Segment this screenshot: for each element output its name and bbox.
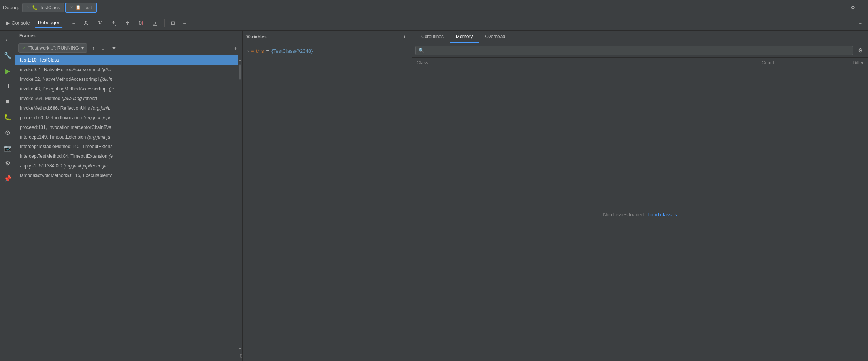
tab-memory[interactable]: Memory (450, 31, 479, 43)
list-button[interactable]: ≡ (180, 18, 189, 27)
tab-label-testclass: TestClass (40, 5, 60, 10)
menu-button[interactable]: ≡ (69, 18, 79, 27)
variables-header-label: Variables (246, 34, 267, 40)
nav-back-icon[interactable]: ← (2, 34, 14, 46)
copy-icon (239, 354, 242, 358)
col-class-header: Class (417, 60, 685, 65)
debugger-label: Debugger (38, 20, 60, 25)
frames-down-button[interactable]: ↓ (100, 44, 106, 52)
memory-search-input[interactable] (427, 48, 850, 53)
frames-dropdown-chevron: ▾ (81, 45, 84, 51)
frame-item[interactable]: test1:10, TestClass (15, 55, 238, 65)
col-diff-header[interactable]: Diff ▾ (774, 60, 863, 65)
toolbar: ▶ Console Debugger ≡ (0, 15, 868, 31)
frames-header: Frames (15, 31, 242, 41)
diff-sort-icon[interactable]: ▾ (861, 60, 863, 65)
var-expand-icon[interactable]: › (247, 48, 249, 54)
memory-table: Class Count Diff ▾ No classes loaded. Lo… (412, 58, 868, 361)
variables-toolbar: + (401, 33, 408, 41)
memory-table-header: Class Count Diff ▾ (412, 58, 868, 68)
minimize-icon[interactable]: — (860, 5, 865, 10)
tab-close-test[interactable]: ✕ (70, 5, 73, 10)
frame-item[interactable]: intercept:149, TimeoutExtension (org.jun… (15, 132, 238, 142)
cursor2-button[interactable] (149, 18, 161, 28)
scroll-down-arrow[interactable]: ▼ (238, 347, 242, 351)
frame-item[interactable]: invoke0:-1, NativeMethodAccessorImpl (jd… (15, 65, 238, 75)
run-to-cursor-icon (138, 20, 144, 26)
var-equals: = (266, 48, 270, 54)
nav-pause-icon[interactable]: ⏸ (2, 80, 14, 92)
step-into-icon (97, 20, 103, 26)
frames-scrollbar[interactable]: ▲ ▼ (238, 55, 242, 361)
svg-rect-2 (240, 355, 242, 358)
frame-item[interactable]: interceptTestMethod:84, TimeoutExtension… (15, 152, 238, 161)
nav-play-icon[interactable]: ▶ (2, 65, 14, 77)
check-icon: ✓ (22, 45, 26, 51)
frame-item[interactable]: invokeMethod:686, ReflectionUtils (org.j… (15, 104, 238, 113)
console-button[interactable]: ▶ Console (3, 18, 33, 27)
memory-empty-state: No classes loaded. Load classes (412, 68, 868, 361)
left-sidebar: ← 🔧 ▶ ⏸ ■ 🐛 ⊘ 📷 ⚙ 📌 (0, 31, 15, 361)
tab-coroutines[interactable]: Coroutines (415, 31, 450, 43)
console-label: Console (12, 20, 30, 26)
memory-toolbar: 🔍 ⚙ (412, 43, 868, 58)
load-classes-link[interactable]: Load classes (648, 212, 677, 217)
frame-item[interactable]: invoke:62, NativeMethodAccessorImpl (jdk… (15, 75, 238, 84)
nav-pin-icon[interactable]: 📌 (2, 172, 14, 185)
toolbar-sep-2 (164, 19, 165, 27)
frames-panel: Frames ✓ "Test work...": RUNNING ▾ ↑ ↓ ▼… (15, 31, 243, 361)
frame-item[interactable]: invoke:43, DelegatingMethodAccessorImpl … (15, 84, 238, 94)
frame-item[interactable]: lambda$ofVoidMethod$0:115, ExecutableInv (15, 171, 238, 180)
frames-dropdown[interactable]: ✓ "Test work...": RUNNING ▾ (18, 43, 87, 53)
var-type-icon: ≡ (251, 48, 254, 54)
frames-filter-button[interactable]: ▼ (109, 44, 119, 52)
no-classes-text: No classes loaded. (603, 212, 645, 217)
nav-settings-icon[interactable]: ⚙ (2, 157, 14, 169)
scroll-copy-icon[interactable] (238, 353, 241, 360)
settings-icon[interactable]: ⚙ (851, 5, 855, 10)
frames-toolbar: ✓ "Test work...": RUNNING ▾ ↑ ↓ ▼ + (15, 41, 242, 55)
run-to-cursor-button[interactable] (135, 18, 147, 28)
tab-icon-test: 📋 (75, 5, 81, 10)
frame-item[interactable]: interceptTestableMethod:140, TimeoutExte… (15, 142, 238, 152)
scroll-up-arrow[interactable]: ▲ (238, 58, 242, 62)
title-bar-right: ⚙ — (851, 5, 865, 10)
frames-up-button[interactable]: ↑ (90, 44, 97, 52)
variables-panel: Variables + › ≡ this = {TestClass@2348} (243, 31, 412, 361)
tab-testclass[interactable]: ✕ 🐛 TestClass (22, 3, 64, 12)
frame-item[interactable]: proceed:60, MethodInvocation (org.junit.… (15, 113, 238, 123)
tab-test[interactable]: ✕ 📋 :test (65, 3, 97, 13)
step-over-icon (83, 20, 89, 26)
variable-row: › ≡ this = {TestClass@2348} (243, 47, 412, 55)
nav-profile-icon[interactable]: 📷 (2, 142, 14, 154)
step-into-button[interactable] (94, 18, 106, 28)
variables-list: › ≡ this = {TestClass@2348} (243, 43, 412, 361)
var-value: {TestClass@2348} (271, 48, 313, 54)
tab-overhead[interactable]: Overhead (479, 31, 511, 43)
main-container: ← 🔧 ▶ ⏸ ■ 🐛 ⊘ 📷 ⚙ 📌 Frames ✓ "Test work.… (0, 31, 868, 361)
frames-list[interactable]: test1:10, TestClass invoke0:-1, NativeMe… (15, 55, 238, 361)
memory-panel: Coroutines Memory Overhead 🔍 ⚙ Class (412, 31, 868, 361)
right-menu-button[interactable]: ≡ (856, 18, 865, 27)
step-up-button[interactable] (121, 18, 134, 28)
title-bar: Debug: ✕ 🐛 TestClass ✕ 📋 :test ⚙ — (0, 0, 868, 15)
step-out-button[interactable] (107, 18, 120, 28)
nav-debug-icon[interactable]: 🐛 (2, 111, 14, 123)
debugger-button[interactable]: Debugger (35, 18, 63, 28)
step-over-button[interactable] (80, 18, 92, 28)
memory-tabs: Coroutines Memory Overhead (412, 31, 868, 43)
table-button[interactable]: ⊞ (168, 18, 178, 27)
frame-item[interactable]: invoke:564, Method (java.lang.reflect) (15, 94, 238, 104)
nav-wrench-icon[interactable]: 🔧 (2, 49, 14, 62)
frame-item[interactable]: apply:-1, 511384020 (org.junit.jupiter.e… (15, 161, 238, 171)
search-icon: 🔍 (419, 48, 424, 53)
frame-item[interactable]: proceed:131, InvocationInterceptorChain$… (15, 123, 238, 132)
frames-add-button[interactable]: + (232, 44, 239, 52)
scroll-thumb[interactable] (239, 64, 241, 80)
add-var-button[interactable]: + (401, 33, 408, 41)
tab-label-test: :test (83, 5, 92, 10)
memory-settings-button[interactable]: ⚙ (856, 46, 865, 55)
nav-stop-icon[interactable]: ■ (2, 95, 14, 108)
nav-coverage-icon[interactable]: ⊘ (2, 126, 14, 139)
tab-close-testclass[interactable]: ✕ (27, 5, 30, 10)
